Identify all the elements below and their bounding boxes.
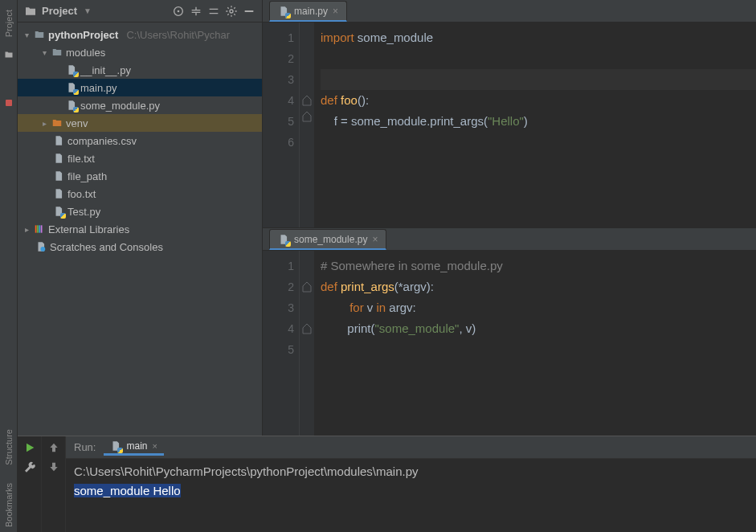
tree-label: main.py	[80, 82, 117, 94]
tree-file-companies[interactable]: companies.csv	[18, 132, 262, 149]
tree-label: Test.py	[67, 206, 100, 218]
line-gutter: 123456	[263, 23, 300, 227]
line-gutter: 12345	[263, 251, 300, 436]
run-panel: Run: main × C:\Users\Rohit\PycharmProjec…	[18, 436, 756, 532]
run-tab-label: main	[126, 440, 147, 452]
tree-file-filepath[interactable]: file_path	[18, 167, 262, 185]
run-nav	[42, 436, 66, 532]
fold-icon[interactable]	[302, 323, 312, 334]
editor-main[interactable]: 123456 import some_module def foo(): f =…	[263, 23, 756, 227]
tree-label: foo.txt	[67, 188, 96, 200]
tree-label: __init__.py	[80, 64, 131, 76]
project-panel: Project ▼ ▾ pythonProject C:\Users\Rohit…	[18, 0, 263, 436]
fold-icon[interactable]	[302, 111, 312, 122]
tab-label: main.py	[294, 6, 328, 17]
editor-some-module[interactable]: 12345 # Somewhere in some_module.py def …	[263, 251, 756, 436]
tree-label: file_path	[67, 170, 107, 182]
tree-file-main[interactable]: main.py	[18, 79, 262, 96]
tab-main-py[interactable]: main.py ×	[269, 1, 347, 22]
console-line-selected: some_module Hello	[74, 484, 181, 497]
svg-rect-4	[37, 225, 39, 232]
folder-icon	[3, 50, 14, 59]
folder-icon	[24, 5, 37, 18]
tree-label: pythonProject	[48, 29, 118, 41]
tree-scratches[interactable]: Scratches and Consoles	[18, 238, 262, 256]
arrow-down-icon[interactable]	[47, 460, 60, 473]
structure-tool-button[interactable]: Structure	[4, 424, 14, 470]
editor-tabbar-1: main.py ×	[263, 0, 756, 23]
bookmarks-tool-button[interactable]: Bookmarks	[4, 478, 14, 532]
console-output[interactable]: C:\Users\Rohit\PycharmProjects\pythonPro…	[66, 459, 756, 532]
tree-file-footxt[interactable]: foo.txt	[18, 185, 262, 203]
close-icon[interactable]: ×	[333, 6, 338, 17]
tree-root[interactable]: ▾ pythonProject C:\Users\Rohit\Pychar	[18, 26, 262, 43]
svg-rect-3	[35, 225, 37, 232]
tree-label: Scratches and Consoles	[50, 241, 163, 253]
close-icon[interactable]: ×	[152, 441, 157, 451]
code-content[interactable]: # Somewhere in some_module.py def print_…	[314, 251, 756, 436]
tree-file-filetxt[interactable]: file.txt	[18, 149, 262, 167]
editor-area: main.py × 123456 import some	[263, 0, 756, 436]
tree-folder-modules[interactable]: ▾ modules	[18, 43, 262, 61]
tree-file-init[interactable]: __init__.py	[18, 61, 262, 79]
svg-point-7	[40, 247, 45, 252]
tree-label: modules	[66, 47, 105, 59]
tab-label: some_module.py	[294, 234, 367, 245]
problems-indicator[interactable]	[6, 100, 12, 106]
tree-label: venv	[66, 117, 88, 129]
wrench-icon[interactable]	[23, 460, 36, 473]
arrow-up-icon[interactable]	[47, 441, 60, 454]
tree-label: file.txt	[67, 153, 95, 165]
svg-rect-5	[39, 225, 40, 232]
locate-icon[interactable]	[172, 5, 185, 18]
tree-file-testpy[interactable]: Test.py	[18, 203, 262, 220]
fold-gutter	[300, 23, 314, 227]
collapse-all-icon[interactable]	[207, 5, 220, 18]
editor-tabbar-2: some_module.py ×	[263, 228, 756, 251]
hide-icon[interactable]	[243, 5, 255, 18]
close-icon[interactable]: ×	[372, 234, 378, 245]
code-content[interactable]: import some_module def foo(): f = some_m…	[314, 23, 756, 227]
run-header: Run: main ×	[66, 436, 756, 459]
fold-icon[interactable]	[302, 281, 312, 293]
run-actions	[18, 436, 42, 532]
run-label: Run:	[74, 441, 96, 453]
tree-label: companies.csv	[67, 135, 137, 147]
svg-point-1	[178, 10, 180, 12]
project-tree[interactable]: ▾ pythonProject C:\Users\Rohit\Pychar ▾ …	[18, 23, 262, 436]
tree-path: C:\Users\Rohit\Pychar	[126, 29, 230, 41]
project-tool-button[interactable]: Project	[4, 5, 14, 42]
project-header-title: Project	[42, 5, 77, 17]
tree-label: some_module.py	[80, 100, 160, 112]
fold-icon[interactable]	[302, 95, 312, 106]
left-tool-rail: Project Structure Bookmarks	[0, 0, 18, 532]
gear-icon[interactable]	[225, 5, 238, 18]
svg-rect-6	[41, 225, 43, 232]
tree-label: External Libraries	[48, 223, 129, 235]
fold-gutter	[300, 251, 314, 436]
run-tab-main[interactable]: main ×	[104, 439, 163, 456]
expand-all-icon[interactable]	[190, 5, 202, 18]
tree-file-some-module[interactable]: some_module.py	[18, 96, 262, 114]
project-header: Project ▼	[18, 0, 262, 23]
tree-external-libraries[interactable]: ▸ External Libraries	[18, 220, 262, 238]
svg-point-2	[230, 10, 233, 13]
rerun-icon[interactable]	[23, 441, 36, 454]
dropdown-icon[interactable]: ▼	[84, 6, 92, 15]
tree-folder-venv[interactable]: ▸ venv	[18, 114, 262, 132]
tab-some-module-py[interactable]: some_module.py ×	[269, 229, 386, 250]
console-line: C:\Users\Rohit\PycharmProjects\pythonPro…	[74, 462, 748, 481]
